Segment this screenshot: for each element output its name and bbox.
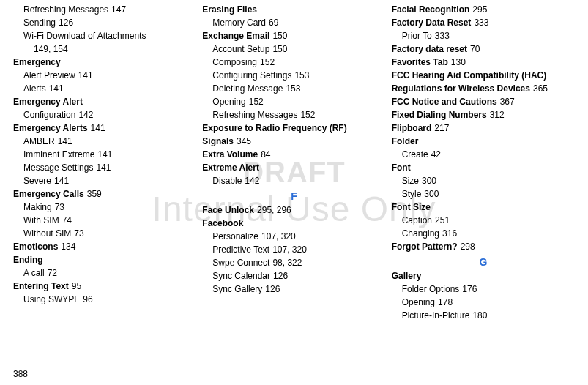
index-entry-pages: 96 xyxy=(83,294,92,304)
index-entry-pages: 333 xyxy=(474,18,488,28)
index-entry-sub: Sending126 xyxy=(23,16,196,29)
index-entry-pages: 153 xyxy=(286,83,300,94)
index-entry-sub: 149, 154 xyxy=(34,42,196,56)
index-column: Refreshing Messages147Sending126Wi-Fi Do… xyxy=(13,3,202,366)
index-entry-main: Extra Volume84 xyxy=(202,148,385,161)
index-entry-pages: 126 xyxy=(265,284,280,294)
index-entry-pages: 130 xyxy=(451,57,466,67)
index-entry-label: Font xyxy=(392,162,411,173)
index-entry-pages: 42 xyxy=(431,149,441,160)
index-entry-main: Facial Recognition295 xyxy=(392,3,575,16)
index-entry-sub: Size300 xyxy=(402,174,575,187)
index-entry-label: Fixed Dialing Numbers xyxy=(392,110,487,120)
index-entry-pages: 142 xyxy=(78,110,93,120)
index-entry-label: Composing xyxy=(212,57,257,67)
index-entry-sub: Deleting Message153 xyxy=(212,82,385,95)
index-entry-main: Emergency Calls359 xyxy=(13,187,196,201)
index-entry-label: Predictive Text xyxy=(212,244,269,255)
index-entry-label: FCC Hearing Aid Compatibility (HAC) Regu… xyxy=(392,70,547,94)
index-entry-label: Factory data reset xyxy=(392,44,467,54)
index-entry-label: Memory Card xyxy=(212,18,266,28)
index-entry-label: Font Size xyxy=(392,202,431,212)
index-entry-label: Without SIM xyxy=(23,228,71,239)
index-entry-main: Entering Text95 xyxy=(13,280,196,293)
index-entry-label: Picture-In-Picture xyxy=(402,310,470,321)
index-entry-pages: 316 xyxy=(442,228,457,239)
section-letter: G xyxy=(392,256,575,268)
index-entry-main: Extreme Alert xyxy=(202,161,385,174)
index-entry-label: Account Setup xyxy=(212,44,269,54)
index-entry-label: Caption xyxy=(402,215,432,225)
index-entry-label: Folder Options xyxy=(402,284,460,294)
index-entry-main: Emergency Alerts141 xyxy=(13,122,196,135)
index-column: Facial Recognition295Factory Data Reset3… xyxy=(392,3,575,366)
index-entry-label: Sync Gallery xyxy=(212,284,262,294)
index-entry-label: Emoticons xyxy=(13,242,58,252)
index-entry-pages: 141 xyxy=(58,136,72,146)
index-entry-main: Gallery xyxy=(392,269,575,283)
index-entry-sub: Opening178 xyxy=(402,296,575,309)
index-entry-sub: Memory Card69 xyxy=(212,16,385,29)
index-entry-label: Changing xyxy=(402,228,439,239)
index-entry-main: Erasing Files xyxy=(202,3,385,16)
index-entry-pages: 141 xyxy=(78,70,93,81)
index-entry-pages: 141 xyxy=(54,176,69,186)
index-entry-sub: Prior To333 xyxy=(402,29,575,42)
index-entry-sub: Personalize107, 320 xyxy=(212,230,385,243)
index-entry-sub: Without SIM73 xyxy=(23,227,196,240)
index-entry-main: Exposure to Radio Frequency (RF) Signals… xyxy=(202,122,385,148)
index-entry-main: Factory Data Reset333 xyxy=(392,16,575,29)
index-entry-pages: 142 xyxy=(245,176,259,186)
index-entry-pages: 69 xyxy=(269,18,278,28)
index-entry-pages: 365 xyxy=(533,83,548,94)
index-entry-sub: Style300 xyxy=(402,187,575,201)
index-entry-pages: 251 xyxy=(435,215,450,225)
index-entry-sub: Imminent Extreme141 xyxy=(23,148,196,161)
index-entry-sub: Composing152 xyxy=(212,56,385,69)
index-entry-label: Disable xyxy=(212,176,242,186)
index-entry-sub: Caption251 xyxy=(402,214,575,227)
index-entry-label: Emergency Alerts xyxy=(13,123,88,133)
index-entry-pages: 298 xyxy=(461,242,475,252)
index-entry-pages: 150 xyxy=(272,31,287,41)
index-entry-pages: 150 xyxy=(272,44,287,54)
index-entry-main: Emoticons134 xyxy=(13,240,196,253)
index-entry-pages: 345 xyxy=(237,136,251,146)
index-entry-label: Wi-Fi Download of Attachments xyxy=(23,31,146,41)
index-page: Refreshing Messages147Sending126Wi-Fi Do… xyxy=(0,0,588,366)
index-entry-label: Alert Preview xyxy=(23,70,75,81)
index-entry-sub: Making73 xyxy=(23,201,196,214)
index-entry-sub: Predictive Text107, 320 xyxy=(212,243,385,256)
index-entry-sub: Message Settings141 xyxy=(23,161,196,174)
index-entry-pages: 141 xyxy=(49,83,64,94)
index-entry-pages: 141 xyxy=(96,162,111,173)
index-entry-sub: AMBER141 xyxy=(23,135,196,148)
index-entry-pages: 312 xyxy=(490,110,505,120)
index-entry-sub: Changing316 xyxy=(402,227,575,240)
index-entry-label: Swpe Connect xyxy=(212,258,269,268)
index-entry-sub: Alert Preview141 xyxy=(23,69,196,82)
index-entry-pages: 141 xyxy=(97,149,112,160)
index-entry-main: FCC Notice and Cautions367 xyxy=(392,95,575,108)
index-entry-pages: 107, 320 xyxy=(272,244,307,255)
index-entry-label: Emergency Calls xyxy=(13,189,84,199)
index-entry-pages: 295 xyxy=(472,4,487,15)
index-entry-label: Factory Data Reset xyxy=(392,18,472,28)
index-entry-pages: 95 xyxy=(72,281,81,291)
index-entry-label: Extra Volume xyxy=(202,149,258,160)
index-entry-pages: 333 xyxy=(435,31,450,41)
index-entry-sub: Refreshing Messages152 xyxy=(212,108,385,122)
index-entry-label: With SIM xyxy=(23,215,59,225)
index-entry-label: Personalize xyxy=(212,231,258,242)
index-entry-pages: 147 xyxy=(111,4,126,15)
index-entry-main: Factory data reset70 xyxy=(392,42,575,56)
section-letter: F xyxy=(202,190,385,202)
index-entry-main: Emergency xyxy=(13,56,196,69)
index-entry-main: Folder xyxy=(392,135,575,148)
index-entry-label: Alerts xyxy=(23,83,46,94)
index-entry-pages: 126 xyxy=(59,18,73,28)
index-entry-sub: Disable142 xyxy=(212,174,385,187)
index-entry-label: Exposure to Radio Frequency (RF) Signals xyxy=(202,123,346,146)
index-entry-label: Entering Text xyxy=(13,281,69,291)
index-entry-label: Emergency Alert xyxy=(13,97,83,107)
